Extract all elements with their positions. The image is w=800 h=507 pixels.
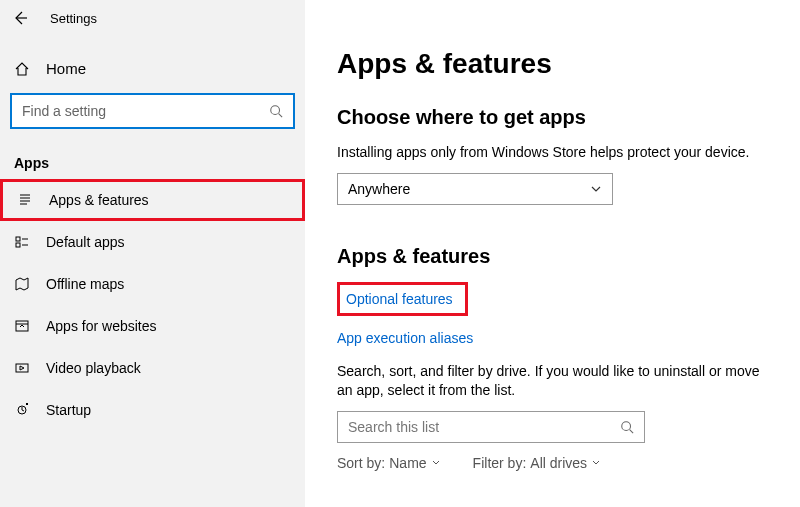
svg-line-2 — [279, 114, 283, 118]
sidebar-item-video-playback[interactable]: Video playback — [0, 347, 305, 389]
nav-label: Offline maps — [46, 276, 124, 292]
home-button[interactable]: Home — [0, 50, 305, 87]
optional-features-highlight: Optional features — [337, 282, 468, 316]
apps-features-icon — [17, 192, 33, 208]
svg-rect-11 — [16, 321, 28, 331]
svg-point-1 — [271, 106, 280, 115]
nav-label: Apps & features — [49, 192, 149, 208]
app-search-input[interactable]: Search this list — [337, 411, 645, 443]
search-input[interactable] — [22, 103, 269, 119]
sidebar-section-header: Apps — [0, 147, 305, 179]
dropdown-value: Anywhere — [348, 181, 410, 197]
nav-label: Apps for websites — [46, 318, 157, 334]
filter-value: All drives — [530, 455, 587, 471]
filter-label: Filter by: — [473, 455, 527, 471]
svg-rect-13 — [16, 364, 28, 372]
svg-line-18 — [630, 429, 634, 433]
video-playback-icon — [14, 360, 30, 376]
back-arrow-icon[interactable] — [12, 10, 28, 26]
chevron-down-icon — [590, 183, 602, 195]
home-label: Home — [46, 60, 86, 77]
svg-rect-7 — [16, 237, 20, 241]
offline-maps-icon — [14, 276, 30, 292]
nav-label: Default apps — [46, 234, 125, 250]
svg-line-16 — [22, 410, 24, 411]
sidebar-item-apps-features[interactable]: Apps & features — [0, 179, 305, 221]
apps-features-sub-heading: Apps & features — [337, 245, 770, 268]
chevron-down-icon — [591, 458, 601, 468]
sort-by-control[interactable]: Sort by: Name — [337, 455, 441, 471]
nav-label: Video playback — [46, 360, 141, 376]
sidebar-item-offline-maps[interactable]: Offline maps — [0, 263, 305, 305]
choose-heading: Choose where to get apps — [337, 106, 770, 129]
window-title: Settings — [50, 11, 97, 26]
app-execution-aliases-link[interactable]: App execution aliases — [337, 330, 473, 346]
optional-features-link[interactable]: Optional features — [346, 291, 453, 307]
search-icon — [269, 104, 283, 118]
filter-by-control[interactable]: Filter by: All drives — [473, 455, 601, 471]
default-apps-icon — [14, 234, 30, 250]
svg-rect-9 — [16, 243, 20, 247]
nav-label: Startup — [46, 402, 91, 418]
startup-icon — [14, 402, 30, 418]
search-icon — [620, 420, 634, 434]
chevron-down-icon — [431, 458, 441, 468]
sort-label: Sort by: — [337, 455, 385, 471]
sort-value: Name — [389, 455, 426, 471]
page-heading: Apps & features — [337, 48, 770, 80]
sidebar-item-startup[interactable]: Startup — [0, 389, 305, 431]
svg-point-17 — [622, 422, 631, 431]
filter-placeholder: Search this list — [348, 419, 439, 435]
app-source-dropdown[interactable]: Anywhere — [337, 173, 613, 205]
search-input-wrap[interactable] — [10, 93, 295, 129]
choose-hint: Installing apps only from Windows Store … — [337, 143, 770, 163]
list-instruction: Search, sort, and filter by drive. If yo… — [337, 362, 770, 401]
sidebar-item-apps-websites[interactable]: Apps for websites — [0, 305, 305, 347]
apps-websites-icon — [14, 318, 30, 334]
sidebar-item-default-apps[interactable]: Default apps — [0, 221, 305, 263]
home-icon — [14, 61, 30, 77]
